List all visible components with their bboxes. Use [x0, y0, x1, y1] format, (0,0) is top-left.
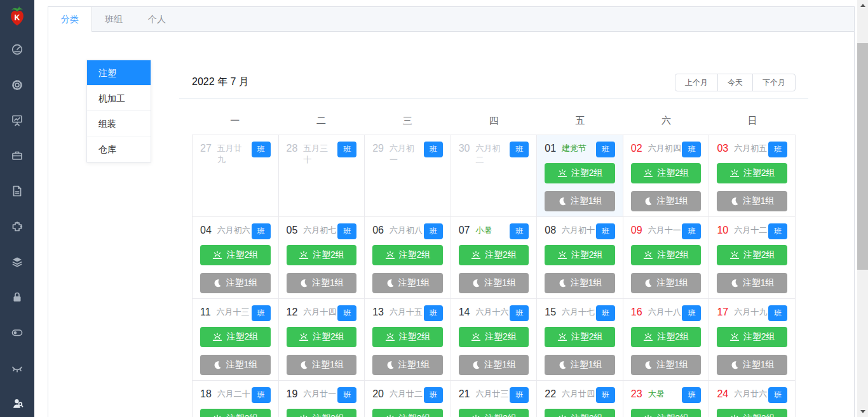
- shift-badge-button[interactable]: 班: [510, 223, 529, 239]
- tab[interactable]: 个人: [135, 7, 179, 31]
- calendar-day-cell[interactable]: 11 六月十三 班 注塑2组: [193, 299, 279, 381]
- shift-badge-button[interactable]: 班: [337, 387, 356, 403]
- calendar-day-cell[interactable]: 15 六月十七 班 注塑2组: [537, 299, 623, 381]
- sidebar-item-settings[interactable]: [0, 67, 34, 103]
- category-item[interactable]: 机加工: [87, 86, 151, 111]
- category-item[interactable]: 仓库: [87, 136, 151, 162]
- tab[interactable]: 分类: [48, 7, 92, 32]
- shift-badge-button[interactable]: 班: [768, 223, 787, 239]
- sidebar-item-monitor[interactable]: [0, 103, 34, 138]
- shift-badge-button[interactable]: 班: [768, 142, 787, 157]
- shift-badge-button[interactable]: 班: [424, 142, 443, 157]
- calendar-day-cell[interactable]: 27 五月廿九 班 注塑2组: [193, 135, 279, 217]
- shift-badge-button[interactable]: 班: [510, 142, 529, 157]
- day-shift-button[interactable]: 注塑2组: [287, 245, 357, 265]
- day-shift-button[interactable]: 注塑2组: [631, 327, 702, 347]
- sidebar-item-dashboard[interactable]: [0, 32, 34, 67]
- calendar-day-cell[interactable]: 21 六月廿三 班 注塑2组: [451, 381, 538, 417]
- calendar-day-cell[interactable]: 06 六月初八 班 注塑2组: [365, 217, 451, 299]
- sidebar-item-hide[interactable]: [0, 350, 34, 386]
- sidebar-item-user[interactable]: [0, 386, 34, 417]
- calendar-day-cell[interactable]: 07 小暑 班 注塑2组: [451, 217, 538, 299]
- shift-badge-button[interactable]: 班: [252, 142, 271, 157]
- shift-badge-button[interactable]: 班: [424, 305, 443, 321]
- day-shift-button[interactable]: 注塑2组: [717, 163, 787, 183]
- shift-badge-button[interactable]: 班: [682, 223, 701, 239]
- shift-badge-button[interactable]: 班: [596, 142, 615, 157]
- day-shift-button[interactable]: 注塑2组: [459, 245, 529, 265]
- night-shift-button[interactable]: 注塑1组: [545, 273, 615, 293]
- night-shift-button[interactable]: 注塑1组: [459, 273, 529, 293]
- calendar-day-cell[interactable]: 03 六月初五 班 注塑2组: [709, 135, 796, 217]
- shift-badge-button[interactable]: 班: [424, 387, 443, 403]
- night-shift-button[interactable]: 注塑1组: [200, 355, 271, 375]
- shift-badge-button[interactable]: 班: [768, 305, 787, 321]
- vertical-scrollbar[interactable]: [857, 0, 868, 417]
- calendar-day-cell[interactable]: 20 六月廿二 班 注塑2组: [365, 381, 451, 417]
- night-shift-button[interactable]: 注塑1组: [372, 355, 443, 375]
- category-item[interactable]: 组装: [87, 111, 151, 136]
- day-shift-button[interactable]: 注塑2组: [200, 327, 271, 347]
- night-shift-button[interactable]: 注塑1组: [717, 273, 787, 293]
- shift-badge-button[interactable]: 班: [510, 387, 529, 403]
- calendar-day-cell[interactable]: 01 建党节 班 注塑2组: [537, 135, 623, 217]
- shift-badge-button[interactable]: 班: [596, 223, 615, 239]
- night-shift-button[interactable]: 注塑1组: [287, 355, 357, 375]
- day-shift-button[interactable]: 注塑2组: [545, 163, 615, 183]
- shift-badge-button[interactable]: 班: [424, 223, 443, 239]
- day-shift-button[interactable]: 注塑2组: [372, 327, 443, 347]
- shift-badge-button[interactable]: 班: [682, 387, 701, 403]
- shift-badge-button[interactable]: 班: [337, 142, 356, 157]
- shift-badge-button[interactable]: 班: [596, 387, 615, 403]
- shift-badge-button[interactable]: 班: [337, 223, 356, 239]
- sidebar-item-briefcase[interactable]: [0, 138, 34, 173]
- calendar-day-cell[interactable]: 23 大暑 班 注塑2组: [623, 381, 710, 417]
- night-shift-button[interactable]: 注塑1组: [631, 273, 702, 293]
- day-shift-button[interactable]: 注塑2组: [287, 327, 357, 347]
- scroll-down-arrow-icon[interactable]: [857, 406, 868, 417]
- calendar-day-cell[interactable]: 02 六月初四 班 注塑2组: [623, 135, 710, 217]
- day-shift-button[interactable]: 注塑2组: [631, 409, 702, 417]
- day-shift-button[interactable]: 注塑2组: [459, 409, 529, 417]
- category-item[interactable]: 注塑: [87, 60, 151, 86]
- night-shift-button[interactable]: 注塑1组: [545, 191, 615, 211]
- shift-badge-button[interactable]: 班: [768, 387, 787, 403]
- night-shift-button[interactable]: 注塑1组: [287, 273, 357, 293]
- sidebar-item-toggle[interactable]: [0, 315, 34, 350]
- calendar-day-cell[interactable]: 13 六月十五 班 注塑2组: [365, 299, 451, 381]
- tab[interactable]: 班组: [92, 7, 135, 31]
- prev-month-button[interactable]: 上个月: [675, 74, 718, 91]
- shift-badge-button[interactable]: 班: [337, 305, 356, 321]
- night-shift-button[interactable]: 注塑1组: [200, 273, 271, 293]
- night-shift-button[interactable]: 注塑1组: [372, 273, 443, 293]
- calendar-day-cell[interactable]: 28 五月三十 班 注塑2组: [279, 135, 365, 217]
- calendar-day-cell[interactable]: 05 六月初七 班 注塑2组: [279, 217, 365, 299]
- calendar-day-cell[interactable]: 14 六月十六 班 注塑2组: [451, 299, 538, 381]
- sidebar-item-lock[interactable]: [0, 280, 34, 315]
- day-shift-button[interactable]: 注塑2组: [631, 163, 702, 183]
- day-shift-button[interactable]: 注塑2组: [372, 409, 443, 417]
- calendar-day-cell[interactable]: 19 六月廿一 班 注塑2组: [279, 381, 365, 417]
- night-shift-button[interactable]: 注塑1组: [545, 355, 615, 375]
- sidebar-item-layers[interactable]: [0, 244, 34, 280]
- scrollbar-thumb[interactable]: [857, 43, 868, 270]
- today-button[interactable]: 今天: [717, 74, 753, 91]
- day-shift-button[interactable]: 注塑2组: [545, 245, 615, 265]
- shift-badge-button[interactable]: 班: [252, 223, 271, 239]
- calendar-day-cell[interactable]: 16 六月十八 班 注塑2组: [623, 299, 710, 381]
- calendar-day-cell[interactable]: 18 六月二十 班 注塑2组: [193, 381, 279, 417]
- night-shift-button[interactable]: 注塑1组: [717, 191, 787, 211]
- calendar-day-cell[interactable]: 17 六月十九 班 注塑2组: [709, 299, 796, 381]
- day-shift-button[interactable]: 注塑2组: [717, 245, 787, 265]
- night-shift-button[interactable]: 注塑1组: [631, 191, 702, 211]
- day-shift-button[interactable]: 注塑2组: [372, 245, 443, 265]
- day-shift-button[interactable]: 注塑2组: [631, 245, 702, 265]
- shift-badge-button[interactable]: 班: [682, 142, 701, 157]
- calendar-day-cell[interactable]: 22 六月廿四 班 注塑2组: [537, 381, 623, 417]
- day-shift-button[interactable]: 注塑2组: [717, 327, 787, 347]
- shift-badge-button[interactable]: 班: [682, 305, 701, 321]
- app-logo[interactable]: K: [0, 0, 34, 32]
- calendar-day-cell[interactable]: 04 六月初六 班 注塑2组: [193, 217, 279, 299]
- day-shift-button[interactable]: 注塑2组: [200, 245, 271, 265]
- shift-badge-button[interactable]: 班: [252, 305, 271, 321]
